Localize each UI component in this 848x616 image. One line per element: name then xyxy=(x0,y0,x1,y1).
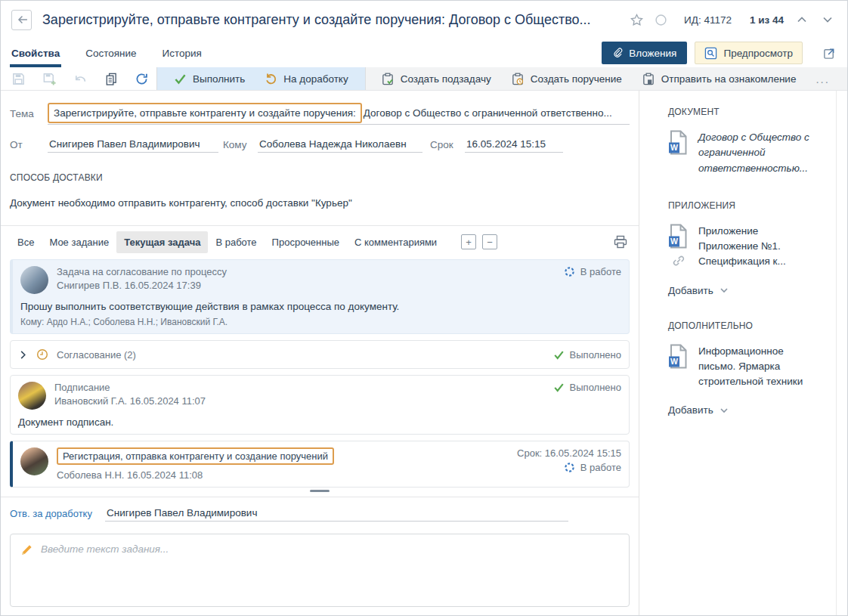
theme-highlighted-text: Зарегистрируйте, отправьте контрагенту и… xyxy=(48,103,362,123)
additional-item[interactable]: W Информационное письмо. Ярмарка строите… xyxy=(668,344,819,390)
pencil-icon xyxy=(20,543,33,556)
responsible-link[interactable]: Отв. за доработку xyxy=(10,508,92,519)
filter-current-task[interactable]: Текущая задача xyxy=(116,231,208,253)
to-field[interactable]: Соболева Надежда Николаевн xyxy=(258,136,422,153)
filter-all[interactable]: Все xyxy=(10,231,42,253)
collapse-all-button[interactable]: − xyxy=(482,234,497,249)
theme-label: Тема xyxy=(10,108,48,119)
back-button[interactable] xyxy=(11,10,32,30)
attachments-button[interactable]: Вложения xyxy=(602,42,687,64)
rework-arrow-icon xyxy=(265,73,277,85)
toolbar-secondary-group: Создать подзадачу Создать поручение Отпр… xyxy=(365,67,847,90)
check-icon xyxy=(174,73,187,85)
rework-button[interactable]: На доработку xyxy=(257,70,355,88)
chevron-down-icon xyxy=(720,286,729,294)
task-body-text: Прошу выполнить соответствующие действия… xyxy=(20,301,621,312)
page-title: Зарегистрируйте, отправьте контрагенту и… xyxy=(42,12,623,28)
from-label: От xyxy=(10,139,48,150)
document-title: Договор с Общество с ограниченной ответс… xyxy=(698,130,819,176)
title-bar: Зарегистрируйте, отправьте контрагенту и… xyxy=(1,1,847,39)
send-for-acquaintance-button[interactable]: Отправить на ознакомление xyxy=(634,69,804,89)
from-field[interactable]: Снигирев Павел Владимирович xyxy=(48,136,218,153)
document-item[interactable]: W Договор с Общество с ограниченной отве… xyxy=(668,130,819,176)
delivery-section-header: СПОСОБ ДОСТАВКИ xyxy=(10,172,630,183)
due-field[interactable]: 16.05.2024 15:15 xyxy=(465,136,563,153)
theme-rest-text: Договор с Общество с ограниченной ответс… xyxy=(362,107,630,119)
task-feed: Задача на согласование по процессу Сниги… xyxy=(1,258,639,488)
more-actions-button[interactable]: ... xyxy=(808,73,837,85)
undo-icon[interactable] xyxy=(73,72,88,86)
copy-icon[interactable] xyxy=(104,72,118,86)
registration-author-date: Соболева Н.Н. 16.05.2024 11:08 xyxy=(57,469,509,481)
print-icon[interactable] xyxy=(613,234,628,249)
back-arrow-icon xyxy=(16,14,28,26)
filter-with-comments[interactable]: С комментариями xyxy=(347,231,444,253)
add-additional-dropdown[interactable]: Добавить xyxy=(668,404,847,416)
task-author-date: Снигирев П.В. 16.05.2024 17:39 xyxy=(57,280,556,291)
preview-button[interactable]: Предпросмотр xyxy=(695,42,803,64)
attachment-title: Приложение Приложение №1. Спецификация к… xyxy=(698,224,819,270)
approval-group-row[interactable]: Согласование (2) Выполнено xyxy=(10,340,630,369)
signing-body-text: Документ подписан. xyxy=(18,416,621,428)
done-check-icon xyxy=(553,382,565,392)
attachment-item[interactable]: W Приложение Приложение №1. Спецификация… xyxy=(668,224,819,270)
done-check-icon xyxy=(553,350,565,360)
complete-button[interactable]: Выполнить xyxy=(166,70,252,88)
paperclip-icon xyxy=(612,47,623,59)
open-in-window-icon[interactable] xyxy=(822,46,837,60)
registration-card[interactable]: Регистрация, отправка контрагенту и созд… xyxy=(10,441,630,488)
task-recipients: Кому: Ардо Н.А.; Соболева Н.Н.; Ивановск… xyxy=(20,317,621,327)
status-badge: В работе xyxy=(564,266,621,277)
responsible-row: Отв. за доработку Снигирев Павел Владими… xyxy=(1,497,639,526)
signing-author-date: Ивановский Г.А. 16.05.2024 11:07 xyxy=(54,395,546,407)
filter-overdue[interactable]: Просроченные xyxy=(265,231,347,253)
additional-section-header: ДОПОЛНИТЕЛЬНО xyxy=(668,320,847,331)
expand-all-button[interactable]: + xyxy=(461,234,476,249)
subtask-icon xyxy=(381,72,395,86)
save-icon[interactable] xyxy=(11,72,26,86)
document-id: ИД: 41172 xyxy=(684,14,732,26)
task-form: Тема Зарегистрируйте, отправьте контраге… xyxy=(1,91,639,209)
approval-task-card[interactable]: Задача на согласование по процессу Сниги… xyxy=(10,259,630,334)
registration-title-highlighted: Регистрация, отправка контрагенту и созд… xyxy=(57,447,334,465)
chevron-down-icon xyxy=(720,407,729,414)
preview-icon xyxy=(704,47,717,60)
word-doc-icon: W xyxy=(668,224,689,249)
refresh-icon[interactable] xyxy=(135,72,149,86)
star-icon[interactable] xyxy=(630,13,644,27)
app-window: Зарегистрируйте, отправьте контрагенту и… xyxy=(0,0,848,616)
action-toolbar: Выполнить На доработку Создать подзадачу xyxy=(1,67,847,91)
circle-status-icon[interactable] xyxy=(655,14,667,26)
status-badge: В работе xyxy=(525,462,621,473)
tab-state[interactable]: Состояние xyxy=(85,39,136,67)
add-attachment-dropdown[interactable]: Добавить xyxy=(668,285,847,296)
avatar xyxy=(18,382,46,410)
save-add-icon[interactable] xyxy=(42,72,57,86)
tab-history[interactable]: История xyxy=(162,39,202,67)
responsible-field[interactable]: Снигирев Павел Владимирович xyxy=(105,505,568,522)
create-subtask-button[interactable]: Создать подзадачу xyxy=(373,69,499,89)
filter-in-progress[interactable]: В работе xyxy=(208,231,264,253)
chevron-up-icon[interactable] xyxy=(794,13,809,26)
tabs-nav: Свойства Состояние История xyxy=(11,39,202,67)
signing-title: Подписание xyxy=(54,382,546,393)
tab-properties[interactable]: Свойства xyxy=(11,39,60,67)
word-doc-icon: W xyxy=(668,344,689,369)
svg-text:W: W xyxy=(670,237,678,246)
create-assignment-button[interactable]: Создать поручение xyxy=(503,69,630,89)
chevron-down-icon[interactable] xyxy=(820,13,835,26)
avatar xyxy=(20,266,48,294)
status-badge: Выполнено xyxy=(553,349,621,361)
sidebar-scrollbar-track xyxy=(836,91,837,615)
filter-my-task[interactable]: Мое задание xyxy=(42,231,116,253)
splitter-handle[interactable] xyxy=(310,490,330,492)
task-text-input[interactable] xyxy=(11,534,629,606)
clock-icon xyxy=(36,348,49,361)
delivery-text: Документ необходимо отправить контрагент… xyxy=(10,197,630,209)
signing-card[interactable]: Подписание Ивановский Г.А. 16.05.2024 11… xyxy=(10,375,630,435)
theme-field[interactable]: Зарегистрируйте, отправьте контрагенту и… xyxy=(48,103,630,125)
in-progress-spinner-icon xyxy=(564,266,575,277)
expand-chevron-icon[interactable] xyxy=(18,350,28,360)
task-title: Задача на согласование по процессу xyxy=(57,266,556,277)
feed-filter-bar: Все Мое задание Текущая задача В работе … xyxy=(1,225,639,258)
